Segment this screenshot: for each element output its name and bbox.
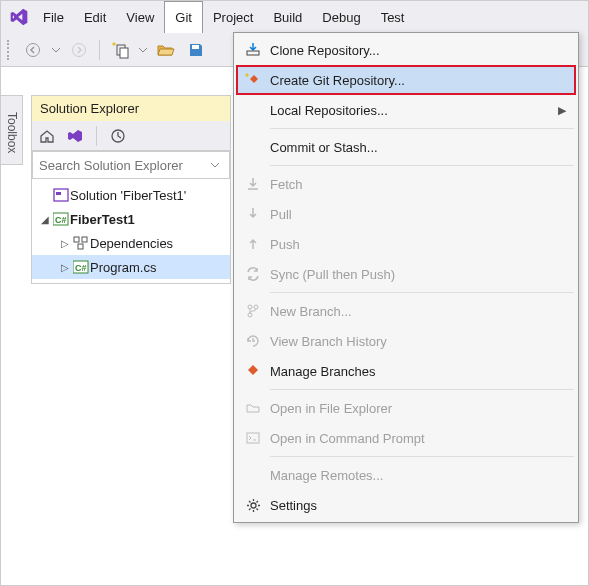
clone-icon bbox=[236, 42, 270, 58]
menu-label: Settings bbox=[270, 498, 317, 513]
svg-rect-11 bbox=[82, 237, 87, 242]
menu-label: Clone Repository... bbox=[270, 43, 380, 58]
tree-dependencies[interactable]: ▷ Dependencies bbox=[32, 231, 230, 255]
tree-label: Dependencies bbox=[90, 236, 173, 251]
menu-sep bbox=[270, 128, 574, 129]
panel-toolbar bbox=[32, 121, 230, 151]
svg-text:C#: C# bbox=[55, 215, 67, 225]
menu-settings[interactable]: Settings bbox=[236, 490, 576, 520]
panel-title: Solution Explorer bbox=[32, 96, 230, 121]
menu-label: Manage Remotes... bbox=[270, 468, 383, 483]
expander-icon[interactable]: ▷ bbox=[58, 262, 72, 273]
menu-new-branch: New Branch... bbox=[236, 296, 576, 326]
tree-project[interactable]: ◢ C# FiberTest1 bbox=[32, 207, 230, 231]
svg-point-18 bbox=[248, 313, 252, 317]
tree-solution[interactable]: Solution 'FiberTest1' bbox=[32, 183, 230, 207]
fetch-icon bbox=[236, 177, 270, 191]
tree-label: Program.cs bbox=[90, 260, 156, 275]
new-item-button[interactable] bbox=[106, 36, 134, 64]
svg-point-0 bbox=[27, 43, 40, 56]
branches-icon bbox=[236, 364, 270, 378]
switch-views-icon[interactable] bbox=[64, 122, 86, 150]
nav-fwd-button[interactable] bbox=[65, 36, 93, 64]
home-icon[interactable] bbox=[36, 122, 58, 150]
gear-icon bbox=[236, 498, 270, 513]
menu-label: Manage Branches bbox=[270, 364, 376, 379]
menu-debug[interactable]: Debug bbox=[312, 1, 370, 33]
menu-manage-remotes: Manage Remotes... bbox=[236, 460, 576, 490]
expander-icon[interactable]: ▷ bbox=[58, 238, 72, 249]
search-input[interactable] bbox=[33, 153, 203, 178]
svg-point-16 bbox=[248, 305, 252, 309]
tree-label: Solution 'FiberTest1' bbox=[70, 188, 186, 203]
menu-label: Open in File Explorer bbox=[270, 401, 392, 416]
toolbar-sep bbox=[99, 40, 100, 60]
menu-open-cmd: Open in Command Prompt bbox=[236, 423, 576, 453]
menu-label: Open in Command Prompt bbox=[270, 431, 425, 446]
menu-sep bbox=[270, 165, 574, 166]
menu-view-history: View Branch History bbox=[236, 326, 576, 356]
toolbar-handle[interactable] bbox=[7, 40, 13, 60]
menu-label: Fetch bbox=[270, 177, 303, 192]
menu-label: Commit or Stash... bbox=[270, 140, 378, 155]
git-dropdown: Clone Repository... Create Git Repositor… bbox=[233, 32, 579, 523]
expander-icon[interactable]: ◢ bbox=[38, 214, 52, 225]
menu-label: Create Git Repository... bbox=[270, 73, 405, 88]
menu-manage-branches[interactable]: Manage Branches bbox=[236, 356, 576, 386]
menu-clone-repo[interactable]: Clone Repository... bbox=[236, 35, 576, 65]
menu-label: View Branch History bbox=[270, 334, 387, 349]
menu-build[interactable]: Build bbox=[263, 1, 312, 33]
svg-rect-7 bbox=[56, 192, 61, 195]
sync-icon bbox=[236, 267, 270, 281]
menu-label: Pull bbox=[270, 207, 292, 222]
svg-rect-4 bbox=[192, 45, 199, 49]
menu-sync: Sync (Pull then Push) bbox=[236, 259, 576, 289]
svg-point-20 bbox=[251, 503, 256, 508]
push-icon bbox=[236, 237, 270, 251]
pull-icon bbox=[236, 207, 270, 221]
menu-local-repos[interactable]: Local Repositories... ▶ bbox=[236, 95, 576, 125]
solution-tree: Solution 'FiberTest1' ◢ C# FiberTest1 ▷ … bbox=[32, 179, 230, 283]
svg-point-1 bbox=[73, 43, 86, 56]
toolbox-tab[interactable]: Toolbox bbox=[1, 95, 23, 165]
tree-label: FiberTest1 bbox=[70, 212, 135, 227]
dependencies-icon bbox=[72, 236, 90, 250]
csharp-project-icon: C# bbox=[52, 212, 70, 226]
menu-git[interactable]: Git bbox=[164, 1, 203, 33]
menu-test[interactable]: Test bbox=[371, 1, 415, 33]
svg-rect-15 bbox=[247, 51, 259, 55]
menu-label: Local Repositories... bbox=[270, 103, 388, 118]
svg-rect-3 bbox=[120, 48, 128, 58]
create-repo-icon bbox=[236, 72, 270, 88]
tree-program[interactable]: ▷ C# Program.cs bbox=[32, 255, 230, 279]
folder-icon bbox=[236, 401, 270, 415]
terminal-icon bbox=[236, 431, 270, 445]
menu-sep bbox=[270, 292, 574, 293]
svg-point-17 bbox=[254, 305, 258, 309]
pending-changes-icon[interactable] bbox=[107, 122, 129, 150]
open-button[interactable] bbox=[152, 36, 180, 64]
menu-file[interactable]: File bbox=[33, 1, 74, 33]
menu-commit[interactable]: Commit or Stash... bbox=[236, 132, 576, 162]
svg-text:C#: C# bbox=[75, 263, 87, 273]
vs-logo-icon bbox=[5, 1, 33, 33]
panel-search bbox=[32, 151, 230, 179]
search-drop-icon[interactable] bbox=[203, 152, 227, 178]
svg-rect-12 bbox=[78, 244, 83, 249]
svg-rect-19 bbox=[247, 433, 259, 443]
menu-project[interactable]: Project bbox=[203, 1, 263, 33]
menu-push: Push bbox=[236, 229, 576, 259]
menu-sep bbox=[270, 456, 574, 457]
menu-view[interactable]: View bbox=[116, 1, 164, 33]
menu-edit[interactable]: Edit bbox=[74, 1, 116, 33]
menu-create-repo[interactable]: Create Git Repository... bbox=[236, 65, 576, 95]
new-item-drop-icon[interactable] bbox=[136, 36, 150, 64]
menu-label: New Branch... bbox=[270, 304, 352, 319]
save-button[interactable] bbox=[182, 36, 210, 64]
nav-back-button[interactable] bbox=[19, 36, 47, 64]
nav-back-drop-icon[interactable] bbox=[49, 36, 63, 64]
panel-sep bbox=[96, 126, 97, 146]
menubar: File Edit View Git Project Build Debug T… bbox=[1, 1, 588, 33]
csharp-file-icon: C# bbox=[72, 260, 90, 274]
new-branch-icon bbox=[236, 304, 270, 318]
